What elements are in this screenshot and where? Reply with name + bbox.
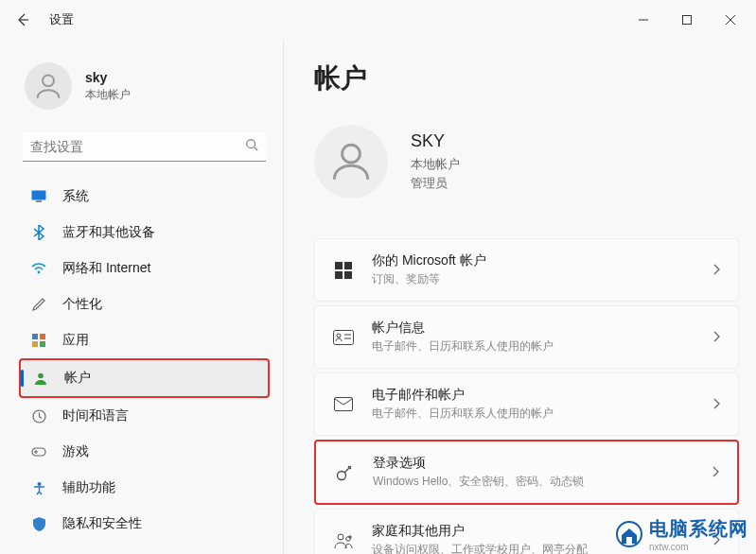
id-card-icon bbox=[332, 326, 355, 349]
sidebar-item-label: 个性化 bbox=[62, 296, 102, 313]
card-title: 登录选项 bbox=[373, 455, 695, 472]
chevron-right-icon bbox=[713, 396, 721, 413]
house-icon bbox=[615, 521, 643, 547]
card-signin-options[interactable]: 登录选项 Windows Hello、安全密钥、密码、动态锁 bbox=[314, 440, 739, 505]
sidebar-item-bluetooth[interactable]: 蓝牙和其他设备 bbox=[19, 215, 270, 251]
profile-sub: 本地帐户 bbox=[85, 87, 131, 103]
card-sub: Windows Hello、安全密钥、密码、动态锁 bbox=[373, 474, 695, 490]
svg-rect-19 bbox=[334, 330, 354, 344]
person-icon bbox=[32, 70, 64, 102]
mail-icon bbox=[332, 393, 355, 416]
titlebar: 设置 bbox=[0, 0, 756, 40]
svg-rect-7 bbox=[40, 334, 45, 339]
back-button[interactable] bbox=[4, 1, 42, 39]
maximize-icon bbox=[682, 15, 692, 25]
person-icon bbox=[327, 138, 375, 185]
clock-icon bbox=[30, 407, 47, 424]
sidebar-item-gaming[interactable]: 游戏 bbox=[19, 434, 270, 470]
sidebar-item-network[interactable]: 网络和 Internet bbox=[19, 251, 270, 286]
sidebar: sky 本地帐户 系统 蓝牙和其他设备 网络和 Internet bbox=[0, 40, 284, 554]
watermark: 电脑系统网 nxtw.com bbox=[615, 516, 748, 552]
watermark-url: nxtw.com bbox=[649, 542, 748, 552]
svg-rect-3 bbox=[32, 191, 46, 200]
card-title: 电子邮件和帐户 bbox=[372, 387, 696, 404]
people-icon bbox=[332, 529, 355, 552]
chevron-right-icon bbox=[713, 262, 721, 279]
card-title: 你的 Microsoft 帐户 bbox=[372, 252, 696, 269]
card-sub: 电子邮件、日历和联系人使用的帐户 bbox=[372, 406, 696, 422]
avatar bbox=[25, 62, 72, 110]
sidebar-item-time-language[interactable]: 时间和语言 bbox=[19, 398, 270, 434]
svg-rect-9 bbox=[40, 341, 45, 347]
card-email-accounts[interactable]: 电子邮件和帐户 电子邮件、日历和联系人使用的帐户 bbox=[314, 372, 739, 436]
svg-rect-0 bbox=[683, 16, 692, 25]
close-icon bbox=[726, 15, 735, 25]
minimize-icon bbox=[639, 15, 648, 25]
windows-icon bbox=[332, 259, 355, 282]
svg-point-5 bbox=[38, 271, 41, 274]
card-sub: 订阅、奖励等 bbox=[372, 271, 696, 287]
user-role: 管理员 bbox=[411, 174, 460, 193]
search-icon bbox=[245, 138, 258, 155]
svg-rect-6 bbox=[32, 334, 38, 339]
svg-rect-17 bbox=[335, 271, 343, 279]
sidebar-item-label: 时间和语言 bbox=[62, 407, 129, 424]
watermark-text: 电脑系统网 bbox=[649, 516, 748, 542]
chevron-right-icon bbox=[712, 464, 720, 481]
nav-list: 系统 蓝牙和其他设备 网络和 Internet 个性化 应用 帐户 bbox=[19, 179, 270, 542]
svg-rect-16 bbox=[344, 262, 352, 269]
sidebar-item-label: 辅助功能 bbox=[62, 479, 115, 496]
card-title: 帐户信息 bbox=[372, 320, 696, 337]
svg-point-10 bbox=[38, 373, 44, 379]
sidebar-item-label: 游戏 bbox=[62, 443, 89, 460]
sidebar-item-system[interactable]: 系统 bbox=[19, 179, 270, 215]
svg-point-23 bbox=[338, 534, 343, 540]
sidebar-item-label: 隐私和安全性 bbox=[62, 515, 142, 532]
sidebar-item-label: 蓝牙和其他设备 bbox=[62, 224, 155, 241]
main-content: 帐户 SKY 本地帐户 管理员 你的 Microsoft 帐户 订阅、奖励等 bbox=[284, 40, 756, 554]
sidebar-item-accessibility[interactable]: 辅助功能 bbox=[19, 470, 270, 506]
user-name: SKY bbox=[411, 131, 460, 151]
svg-point-20 bbox=[337, 334, 341, 338]
svg-rect-18 bbox=[344, 271, 352, 279]
accessibility-icon bbox=[30, 479, 47, 496]
sidebar-item-label: 帐户 bbox=[64, 370, 91, 387]
sidebar-item-label: 网络和 Internet bbox=[62, 260, 150, 277]
back-arrow-icon bbox=[15, 12, 30, 27]
maximize-button[interactable] bbox=[665, 5, 709, 35]
brush-icon bbox=[30, 296, 47, 313]
user-type: 本地帐户 bbox=[411, 155, 460, 174]
svg-rect-15 bbox=[335, 262, 343, 269]
profile-block[interactable]: sky 本地帐户 bbox=[19, 40, 270, 127]
person-icon bbox=[32, 370, 49, 387]
page-title: 帐户 bbox=[314, 61, 739, 96]
profile-name: sky bbox=[85, 70, 131, 85]
sidebar-item-label: 系统 bbox=[62, 188, 89, 205]
cards-list: 你的 Microsoft 帐户 订阅、奖励等 帐户信息 电子邮件、日历和联系人使… bbox=[314, 238, 739, 554]
window-title: 设置 bbox=[49, 11, 74, 28]
close-button[interactable] bbox=[709, 5, 752, 35]
apps-icon bbox=[30, 332, 47, 349]
window-controls bbox=[622, 5, 752, 35]
bluetooth-icon bbox=[30, 224, 47, 241]
svg-point-13 bbox=[37, 482, 41, 486]
sidebar-item-personalization[interactable]: 个性化 bbox=[19, 286, 270, 322]
avatar bbox=[314, 125, 388, 199]
shield-icon bbox=[30, 515, 47, 532]
sidebar-item-privacy[interactable]: 隐私和安全性 bbox=[19, 506, 270, 542]
sidebar-item-apps[interactable]: 应用 bbox=[19, 322, 270, 358]
user-block: SKY 本地帐户 管理员 bbox=[314, 125, 739, 199]
card-microsoft-account[interactable]: 你的 Microsoft 帐户 订阅、奖励等 bbox=[314, 238, 739, 302]
sidebar-item-label: 应用 bbox=[62, 332, 89, 349]
svg-rect-26 bbox=[626, 537, 632, 544]
gamepad-icon bbox=[30, 443, 47, 460]
sidebar-item-accounts[interactable]: 帐户 bbox=[19, 358, 270, 398]
display-icon bbox=[30, 188, 47, 205]
minimize-button[interactable] bbox=[622, 5, 665, 35]
svg-rect-8 bbox=[32, 341, 38, 347]
search-input[interactable] bbox=[30, 139, 245, 154]
card-sub: 电子邮件、日历和联系人使用的帐户 bbox=[372, 338, 696, 355]
svg-point-1 bbox=[43, 75, 54, 86]
card-account-info[interactable]: 帐户信息 电子邮件、日历和联系人使用的帐户 bbox=[314, 305, 739, 369]
search-box[interactable] bbox=[23, 132, 266, 162]
